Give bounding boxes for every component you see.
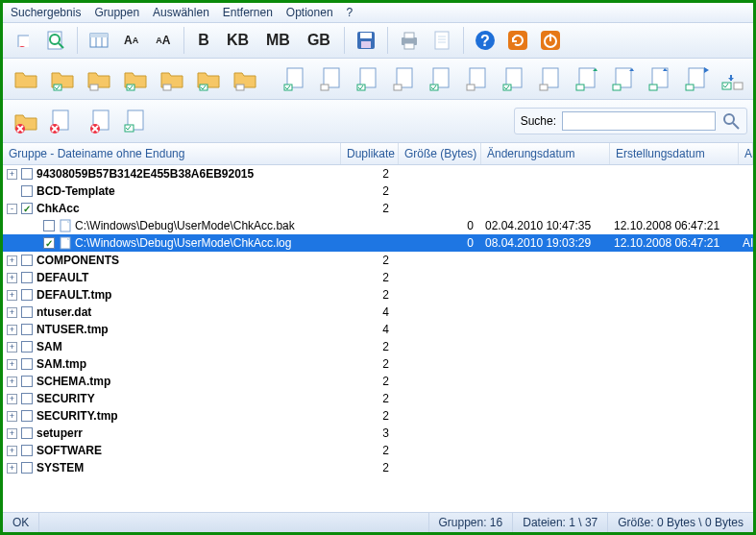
folder-btn-6[interactable] <box>191 61 226 96</box>
row-checkbox[interactable] <box>21 376 33 387</box>
group-row[interactable]: +DEFAULT.tmp2 <box>3 286 753 304</box>
menu-optionen[interactable]: Optionen <box>286 6 333 19</box>
expander-icon[interactable]: + <box>7 290 17 301</box>
file-sel-btn-11[interactable] <box>643 61 677 96</box>
group-row[interactable]: BCD-Template2 <box>3 182 753 200</box>
menu-suchergebnis[interactable]: Suchergebnis <box>11 6 81 19</box>
expander-icon[interactable]: + <box>7 446 17 456</box>
file-sel-btn-6[interactable] <box>460 61 495 96</box>
row-checkbox[interactable] <box>21 341 33 353</box>
folder-btn-2[interactable] <box>45 61 80 96</box>
columns-button[interactable] <box>85 26 113 55</box>
file-sel-btn-13[interactable] <box>716 61 750 96</box>
search-input[interactable] <box>562 111 716 131</box>
row-checkbox[interactable] <box>21 445 33 456</box>
file-sel-btn-3[interactable] <box>351 61 385 96</box>
refresh-button[interactable] <box>503 26 532 55</box>
expander-icon[interactable]: + <box>7 394 17 404</box>
unit-kb-button[interactable]: KB <box>220 26 256 55</box>
expander-icon[interactable]: + <box>7 428 17 439</box>
new-doc-button[interactable] <box>427 26 456 55</box>
folder-btn-7[interactable] <box>228 61 262 96</box>
group-row[interactable]: +SOFTWARE2 <box>3 442 753 459</box>
group-row[interactable]: +COMPONENTS2 <box>3 252 753 269</box>
file-sel-btn-9[interactable] <box>570 61 604 96</box>
menu-help[interactable]: ? <box>347 6 354 19</box>
file-sel-btn-8[interactable] <box>533 61 568 96</box>
row-checkbox[interactable] <box>21 410 33 422</box>
header-size[interactable]: Größe (Bytes) <box>399 143 481 164</box>
delete-file-1-button[interactable] <box>43 104 78 138</box>
row-checkbox[interactable] <box>21 272 33 283</box>
delete-file-3-button[interactable] <box>118 104 153 138</box>
group-row[interactable]: +SCHEMA.tmp2 <box>3 373 753 390</box>
group-row[interactable]: +SAM.tmp2 <box>3 355 753 373</box>
header-attributes[interactable]: Attribute <box>739 143 753 164</box>
file-sel-btn-12[interactable] <box>679 61 714 96</box>
menu-entfernen[interactable]: Entfernen <box>223 6 273 19</box>
help-button[interactable]: ? <box>471 26 500 55</box>
file-sel-btn-7[interactable] <box>497 61 531 96</box>
folder-btn-5[interactable] <box>155 61 189 96</box>
group-row[interactable]: +SAM2 <box>3 338 753 355</box>
font-smaller-button[interactable]: AA <box>117 26 145 55</box>
unit-bytes-button[interactable]: B <box>191 26 216 55</box>
group-row[interactable]: +SECURITY.tmp2 <box>3 407 753 425</box>
file-sel-btn-4[interactable] <box>387 61 422 96</box>
power-button[interactable] <box>536 26 565 55</box>
group-row[interactable]: +SYSTEM2 <box>3 459 753 476</box>
group-row[interactable]: +NTUSER.tmp4 <box>3 321 753 338</box>
file-sel-btn-10[interactable] <box>606 61 641 96</box>
delete-file-2-button[interactable] <box>84 104 118 138</box>
row-checkbox[interactable] <box>43 220 55 231</box>
expander-icon[interactable]: - <box>7 204 17 214</box>
header-duplicates[interactable]: Duplikate <box>341 143 399 164</box>
group-row[interactable]: +setuperr3 <box>3 425 753 442</box>
find-button[interactable] <box>41 26 70 55</box>
group-row[interactable]: +94308059B57B3142E455B38A6EB920152 <box>3 165 753 182</box>
expander-icon[interactable]: + <box>7 377 17 387</box>
row-checkbox[interactable] <box>21 393 33 404</box>
folder-btn-1[interactable] <box>9 61 43 96</box>
header-modified[interactable]: Änderungsdatum <box>481 143 610 164</box>
expander-icon[interactable]: + <box>7 307 17 318</box>
delete-folder-button[interactable] <box>9 104 43 138</box>
expander-icon[interactable]: + <box>7 255 17 266</box>
row-checkbox[interactable] <box>21 289 33 301</box>
row-checkbox[interactable] <box>21 324 33 335</box>
file-row[interactable]: C:\Windows\Debug\UserMode\ChkAcc.bak002.… <box>3 217 753 234</box>
file-sel-btn-5[interactable] <box>424 61 458 96</box>
delete-files-button[interactable] <box>9 26 37 55</box>
result-grid[interactable]: +94308059B57B3142E455B38A6EB920152BCD-Te… <box>3 165 753 512</box>
header-name[interactable]: Gruppe - Dateiname ohne Endung <box>3 143 341 164</box>
search-icon[interactable] <box>721 111 741 131</box>
row-checkbox[interactable] <box>21 427 33 439</box>
group-row[interactable]: +DEFAULT2 <box>3 269 753 286</box>
group-row[interactable]: +ntuser.dat4 <box>3 304 753 321</box>
menu-auswaehlen[interactable]: Auswählen <box>153 6 209 19</box>
row-checkbox[interactable] <box>21 168 33 180</box>
expander-icon[interactable]: + <box>7 273 17 283</box>
row-checkbox[interactable] <box>21 462 33 474</box>
row-checkbox[interactable] <box>21 358 33 370</box>
file-sel-btn-2[interactable] <box>314 61 349 96</box>
print-button[interactable] <box>395 26 424 55</box>
expander-icon[interactable] <box>7 186 17 197</box>
expander-icon[interactable]: + <box>7 342 17 353</box>
font-larger-button[interactable]: AA <box>149 26 177 55</box>
menu-gruppen[interactable]: Gruppen <box>94 6 139 19</box>
expander-icon[interactable]: + <box>7 359 17 370</box>
unit-mb-button[interactable]: MB <box>259 26 297 55</box>
save-button[interactable] <box>352 26 380 55</box>
row-checkbox[interactable] <box>21 306 33 318</box>
header-created[interactable]: Erstellungsdatum <box>610 143 739 164</box>
unit-gb-button[interactable]: GB <box>301 26 337 55</box>
file-sel-btn-1[interactable] <box>278 61 312 96</box>
file-row[interactable]: C:\Windows\Debug\UserMode\ChkAcc.log008.… <box>3 234 753 252</box>
group-row[interactable]: +SECURITY2 <box>3 390 753 407</box>
folder-btn-3[interactable] <box>82 61 116 96</box>
row-checkbox[interactable] <box>43 237 55 249</box>
expander-icon[interactable]: + <box>7 169 17 180</box>
row-checkbox[interactable] <box>21 203 33 214</box>
expander-icon[interactable]: + <box>7 463 17 474</box>
